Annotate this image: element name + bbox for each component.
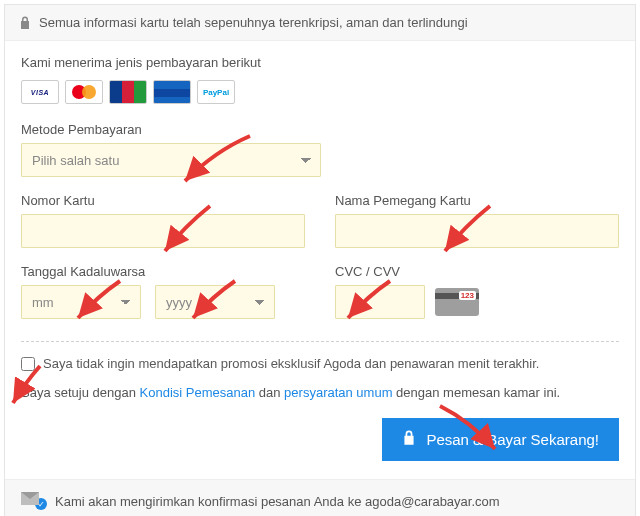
divider <box>21 341 619 342</box>
footer: ✓ Kami akan mengirimkan konfirmasi pesan… <box>5 479 635 516</box>
footer-text: Kami akan mengirimkan konfirmasi pesanan… <box>55 494 500 509</box>
promo-checkbox[interactable] <box>21 357 35 371</box>
payment-method-label: Metode Pembayaran <box>21 122 619 137</box>
terms-text: Saya setuju dengan Kondisi Pemesanan dan… <box>21 385 619 400</box>
amex-icon <box>153 80 191 104</box>
form-body: Kami menerima jenis pembayaran berikut V… <box>5 41 635 479</box>
promo-text: Saya tidak ingin mendapatkan promosi eks… <box>43 356 539 371</box>
secure-text: Semua informasi kartu telah sepenuhnya t… <box>39 15 468 30</box>
visa-card-icon: VISA <box>21 80 59 104</box>
card-number-field: Nomor Kartu <box>21 193 305 248</box>
lock-icon <box>19 16 31 30</box>
book-pay-button[interactable]: Pesan & Bayar Sekarang! <box>382 418 619 461</box>
accept-text: Kami menerima jenis pembayaran berikut <box>21 55 619 70</box>
cvc-card-icon: 123 <box>435 288 479 316</box>
secure-header: Semua informasi kartu telah sepenuhnya t… <box>5 5 635 41</box>
card-name-field: Nama Pemegang Kartu <box>335 193 619 248</box>
cvc-input[interactable] <box>335 285 425 319</box>
card-number-input[interactable] <box>21 214 305 248</box>
payment-cards: VISA PayPal <box>21 80 619 104</box>
payment-panel: Semua informasi kartu telah sepenuhnya t… <box>4 4 636 516</box>
mastercard-icon <box>65 80 103 104</box>
payment-method-field: Metode Pembayaran Pilih salah satu <box>21 122 619 177</box>
cvc-label: CVC / CVV <box>335 264 619 279</box>
button-label: Pesan & Bayar Sekarang! <box>426 431 599 448</box>
paypal-icon: PayPal <box>197 80 235 104</box>
expiry-label: Tanggal Kadaluwarsa <box>21 264 305 279</box>
promo-row: Saya tidak ingin mendapatkan promosi eks… <box>21 356 619 371</box>
terms-link-general[interactable]: persyaratan umum <box>284 385 392 400</box>
lock-icon <box>402 430 416 449</box>
jcb-icon <box>109 80 147 104</box>
cvc-field: CVC / CVV 123 <box>335 264 619 319</box>
expiry-year-select[interactable]: yyyy <box>155 285 275 319</box>
card-name-input[interactable] <box>335 214 619 248</box>
terms-link-conditions[interactable]: Kondisi Pemesanan <box>140 385 256 400</box>
card-number-label: Nomor Kartu <box>21 193 305 208</box>
payment-method-select[interactable]: Pilih salah satu <box>21 143 321 177</box>
envelope-icon <box>21 492 39 505</box>
card-name-label: Nama Pemegang Kartu <box>335 193 619 208</box>
expiry-month-select[interactable]: mm <box>21 285 141 319</box>
expiry-field: Tanggal Kadaluwarsa mm yyyy <box>21 264 305 319</box>
